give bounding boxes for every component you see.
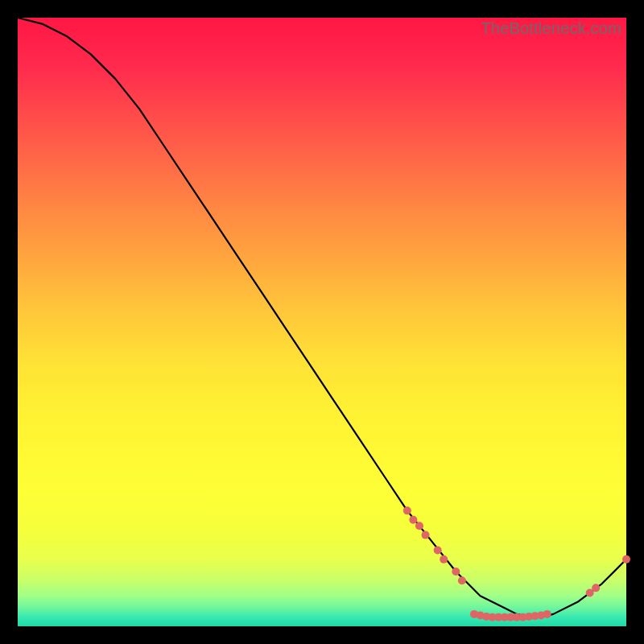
highlight-markers [403,506,630,621]
chart-frame: TheBottleneck.com [0,0,644,644]
marker-point [622,555,630,564]
marker-point [543,610,551,618]
main-curve [18,18,626,617]
marker-point [452,568,460,576]
marker-point [434,547,442,555]
marker-point [592,584,600,592]
marker-point [458,576,466,584]
marker-point [440,555,448,564]
chart-svg [18,18,626,626]
marker-point [422,531,430,539]
marker-point [409,516,417,524]
marker-point [415,522,423,530]
marker-point [403,506,411,514]
plot-area: TheBottleneck.com [18,18,626,626]
